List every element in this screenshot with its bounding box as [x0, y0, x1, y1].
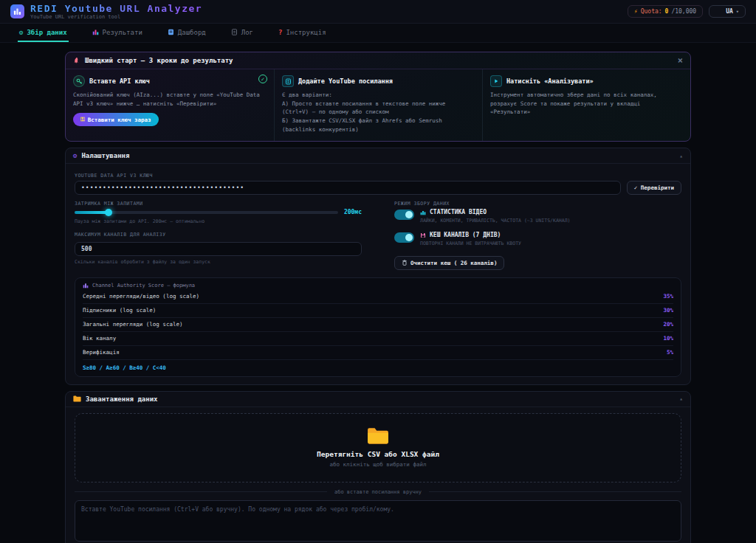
max-channels-hint: Скільки каналів обробити з файлу за один… [75, 259, 362, 265]
score-row-label: Верифікація [83, 349, 120, 356]
video-stats-toggle[interactable] [394, 210, 414, 220]
document-icon [231, 29, 238, 35]
close-icon[interactable]: × [678, 56, 683, 65]
step-text-line: А) Просто вставте посилання в текстове п… [282, 100, 475, 117]
settings-section: ⚙ Налаштування ▴ YOUTUBE DATA API V3 КЛЮ… [65, 148, 691, 385]
gear-icon: ⚙ [73, 152, 77, 159]
step-text: Інструмент автоматично збере дані по всі… [490, 91, 683, 117]
rocket-icon [73, 57, 80, 64]
collapse-icon[interactable]: ▴ [679, 153, 683, 159]
bar-chart-icon [13, 7, 21, 15]
quickstart-step-add-links: Додайте YouTube посилання Є два варіанти… [274, 69, 482, 141]
dropzone-subtitle: або клікніть щоб вибрати файл [330, 461, 427, 468]
dropzone-title: Перетягніть CSV або XLSX файл [317, 450, 439, 458]
question-icon: ? [278, 29, 282, 36]
clear-cache-label: Очистити кеш ( 26 каналів) [410, 260, 497, 266]
page-subtitle: YouTube URL verification tool [30, 14, 202, 20]
file-dropzone[interactable]: Перетягніть CSV або XLSX файл або клікні… [75, 413, 681, 483]
step-text-line: Б) Завантажте CSV/XLSX файл з Ahrefs або… [282, 117, 475, 134]
quickstart-step-api-key: ✓ Вставте API ключ Скопійований ключ (AI… [66, 69, 274, 141]
score-row-value: 35% [663, 293, 673, 300]
score-row-value: 10% [663, 335, 673, 342]
upload-section: Завантаження даних ▴ Перетягніть CSV або… [65, 391, 691, 543]
score-grades: S≥80 / A≥60 / B≥40 / C<40 [83, 360, 673, 371]
settings-left-column: ЗАТРИМКА МІЖ ЗАПИТАМИ 200мс Пауза між за… [75, 198, 362, 270]
bar-chart-icon [83, 283, 89, 288]
score-row-value: 20% [663, 321, 673, 328]
quota-label: Quota: [641, 8, 662, 15]
links-textarea[interactable] [75, 500, 681, 542]
score-row: Підписники (log scale) 30% [83, 304, 673, 318]
language-selector[interactable]: UA ▾ [709, 5, 746, 18]
manual-paste-divider: або вставте посилання вручну [75, 489, 681, 495]
delay-slider[interactable]: 200мс [75, 209, 362, 215]
tab-instructions[interactable]: ? Інструкція [277, 24, 328, 42]
slider-thumb[interactable] [105, 209, 112, 216]
score-row: Загальні перегляди (log scale) 20% [83, 318, 673, 332]
slider-track[interactable] [75, 211, 338, 214]
tab-log[interactable]: Лог [230, 24, 255, 42]
delay-label: ЗАТРИМКА МІЖ ЗАПИТАМИ [75, 201, 362, 207]
delay-hint: Пауза між запитами до API. 200мс — оптим… [75, 218, 362, 224]
page-title: REDI Youtube URL Analyzer [30, 3, 202, 15]
ukraine-flag-icon [715, 9, 723, 14]
toggle-knob [405, 234, 413, 241]
quickstart-banner: Швидкий старт — 3 кроки до результату × … [65, 52, 691, 142]
quota-used: 0 [665, 8, 669, 15]
disk-icon [420, 232, 426, 238]
main-content: Швидкий старт — 3 кроки до результату × … [65, 43, 691, 543]
toggle-video-stats: СТАТИСТИКА ВІДЕО ЛАЙКИ, КОМЕНТИ, ТРИВАЛІ… [394, 209, 681, 224]
slider-fill [75, 211, 109, 214]
tab-label: Результати [103, 29, 142, 36]
insert-key-label: Вставити ключ зараз [88, 117, 151, 123]
app-logo [10, 4, 24, 18]
trash-icon [402, 260, 408, 266]
tabbar: ⚙ Збір даних Результати Дашборд Лог ? Ін… [0, 24, 756, 43]
toggle-hint: ПОВТОРНІ КАНАЛИ НЕ ВИТРАЧАЮТЬ КВОТУ [420, 241, 521, 246]
app-header: REDI Youtube URL Analyzer YouTube URL ve… [0, 0, 756, 24]
tab-label: Дашборд [178, 29, 206, 36]
tab-dashboard[interactable]: Дашборд [166, 24, 207, 42]
channel-cache-toggle[interactable] [394, 232, 414, 243]
toggle-title: СТАТИСТИКА ВІДЕО [430, 209, 487, 215]
score-row-value: 5% [667, 349, 673, 356]
toggle-hint: ЛАЙКИ, КОМЕНТИ, ТРИВАЛІСТЬ, ЧАСТОТА (~3 … [420, 218, 571, 224]
lightning-icon: ⚡ [634, 8, 638, 15]
tab-data-collection[interactable]: ⚙ Збір даних [18, 24, 69, 42]
settings-title: Налаштування [81, 152, 129, 159]
api-key-label: YOUTUBE DATA API V3 КЛЮЧ [75, 173, 681, 179]
divider-text: або вставте посилання вручну [334, 489, 422, 495]
verify-key-button[interactable]: ✓ Перевірити [627, 181, 681, 195]
step-title: Вставте API ключ [89, 77, 150, 85]
video-stats-icon [420, 210, 426, 215]
api-key-field[interactable] [75, 181, 621, 195]
gear-icon: ⚙ [19, 29, 23, 36]
step-text-line: Є два варіанти: [282, 91, 475, 100]
clear-cache-button[interactable]: Очистити кеш ( 26 каналів) [394, 256, 504, 270]
folder-icon [73, 395, 81, 402]
quickstart-step-analyze: Натисніть «Аналізувати» Інструмент автом… [482, 69, 690, 141]
quota-total: /10,000 [671, 8, 696, 15]
toggle-title: КЕШ КАНАЛІВ (7 ДНІВ) [430, 232, 501, 238]
tab-label: Лог [241, 29, 253, 36]
mode-label: РЕЖИМ ЗБОРУ ДАНИХ [394, 201, 681, 207]
tab-results[interactable]: Результати [91, 24, 144, 42]
step-title: Додайте YouTube посилання [298, 77, 393, 85]
score-row-label: Підписники (log scale) [83, 307, 156, 314]
insert-key-button[interactable]: ⚿ Вставити ключ зараз [73, 113, 159, 126]
clipboard-icon [168, 29, 174, 35]
tab-label: Збір даних [27, 29, 66, 36]
divider-line [75, 491, 327, 492]
score-formula-box: Channel Authority Score — формула Середн… [75, 277, 681, 377]
folder-icon [367, 427, 389, 445]
max-channels-label: МАКСИМУМ КАНАЛІВ ДЛЯ АНАЛІЗУ [75, 232, 362, 238]
clipboard-icon [282, 75, 294, 87]
score-row-label: Середні перегляди/відео (log scale) [83, 293, 199, 300]
score-row: Вік каналу 10% [83, 332, 673, 346]
step-text: Є два варіанти: А) Просто вставте посила… [282, 91, 475, 134]
score-row-value: 30% [663, 307, 673, 314]
collapse-icon[interactable]: ▴ [679, 395, 683, 402]
max-channels-field[interactable] [75, 242, 362, 256]
language-code: UA [726, 8, 733, 15]
score-row: Середні перегляди/відео (log scale) 35% [83, 290, 673, 304]
